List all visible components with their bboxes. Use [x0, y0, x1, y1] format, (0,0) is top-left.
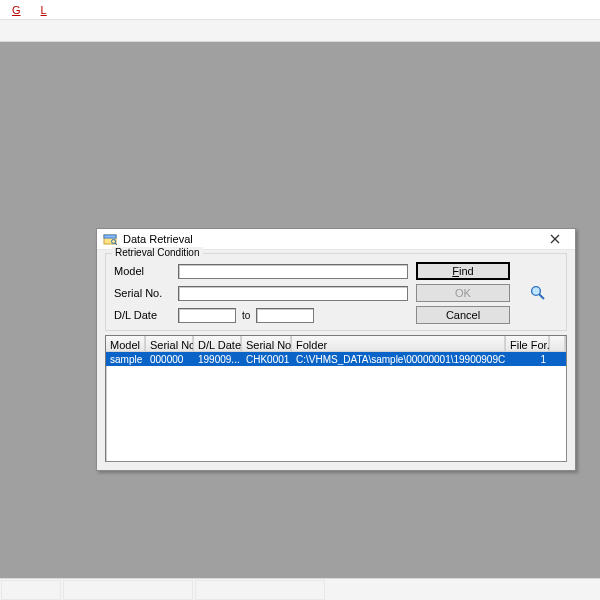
table-cell: C:\VHMS_DATA\sample\00000001\19900909CHK… — [292, 352, 506, 366]
menu-item-g[interactable]: G — [6, 3, 27, 17]
statusbar — [0, 578, 600, 600]
dialog-icon — [103, 232, 117, 246]
group-legend: Retrieval Condition — [112, 247, 203, 258]
model-label: Model — [114, 265, 170, 277]
menubar: G L — [0, 0, 600, 20]
workspace: Data Retrieval Retrieval Condition Model… — [0, 42, 600, 582]
dldate-label: D/L Date — [114, 309, 170, 321]
toolbar — [0, 20, 600, 42]
svg-rect-1 — [104, 235, 116, 238]
cancel-button[interactable]: Cancel — [416, 306, 510, 324]
retrieval-condition-group: Retrieval Condition Model Find Serial No… — [105, 253, 567, 331]
svg-line-7 — [539, 294, 544, 299]
svg-point-6 — [532, 287, 541, 296]
table-header: Model Serial No. D/L Date Serial No. Fol… — [106, 336, 566, 352]
results-table[interactable]: Model Serial No. D/L Date Serial No. Fol… — [105, 335, 567, 462]
serial-input[interactable] — [178, 286, 408, 301]
dialog-title: Data Retrieval — [123, 233, 541, 245]
table-cell: 000000 — [146, 352, 194, 366]
col-model[interactable]: Model — [106, 336, 146, 352]
status-cell-2 — [63, 580, 193, 600]
to-label: to — [242, 310, 250, 321]
dl-to-input[interactable] — [256, 308, 314, 323]
menu-item-l[interactable]: L — [35, 3, 53, 17]
status-cell-3 — [195, 580, 325, 600]
table-row[interactable]: sample000000199009...CHK0001C:\VHMS_DATA… — [106, 352, 566, 366]
data-retrieval-dialog: Data Retrieval Retrieval Condition Model… — [96, 228, 576, 471]
model-input[interactable] — [178, 264, 408, 279]
table-cell: 199009... — [194, 352, 242, 366]
table-cell: 1 — [506, 352, 550, 366]
dl-from-input[interactable] — [178, 308, 236, 323]
find-button[interactable]: Find — [416, 262, 510, 280]
table-cell: CHK0001 — [242, 352, 292, 366]
col-blank[interactable] — [550, 336, 566, 352]
svg-line-3 — [115, 243, 117, 245]
close-icon — [550, 234, 560, 244]
col-dldate[interactable]: D/L Date — [194, 336, 242, 352]
ok-button[interactable]: OK — [416, 284, 510, 302]
table-body: sample000000199009...CHK0001C:\VHMS_DATA… — [106, 352, 566, 366]
close-button[interactable] — [541, 230, 569, 248]
magnifier-icon — [529, 284, 547, 302]
col-folder[interactable]: Folder — [292, 336, 506, 352]
table-cell — [550, 352, 566, 366]
table-cell: sample — [106, 352, 146, 366]
col-serial[interactable]: Serial No. — [146, 336, 194, 352]
col-filefor[interactable]: File For... — [506, 336, 550, 352]
status-cell-1 — [1, 580, 61, 600]
col-serial2[interactable]: Serial No. — [242, 336, 292, 352]
serial-label: Serial No. — [114, 287, 170, 299]
